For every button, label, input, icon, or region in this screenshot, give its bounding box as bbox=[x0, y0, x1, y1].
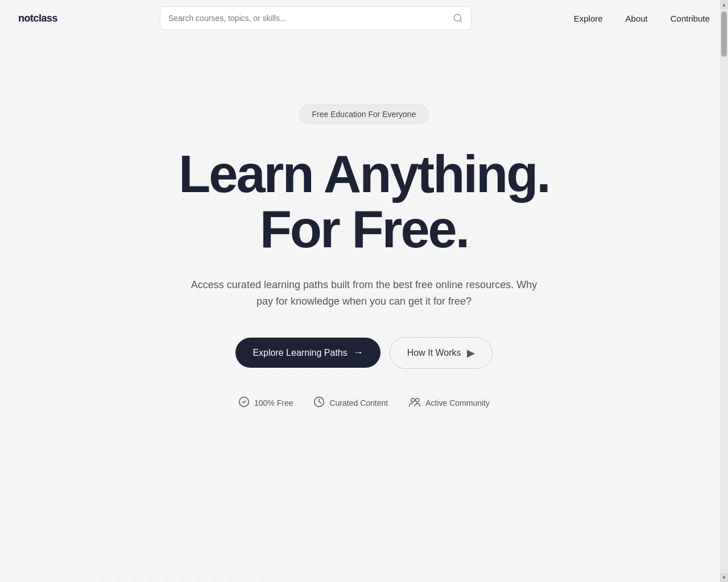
hero-features: 100% Free Curated Content A bbox=[238, 396, 490, 410]
svg-point-5 bbox=[416, 398, 419, 401]
hero-title: Learn Anything. For Free. bbox=[179, 147, 549, 256]
navbar: notclass Explore About Contribute bbox=[0, 0, 728, 36]
nav-logo[interactable]: notclass bbox=[18, 13, 57, 24]
nav-link-contribute[interactable]: Contribute bbox=[671, 14, 710, 23]
play-circle-icon: ▶ bbox=[467, 347, 475, 359]
nav-link-explore[interactable]: Explore bbox=[574, 14, 603, 23]
arrow-right-icon: → bbox=[353, 347, 363, 359]
feature-community: Active Community bbox=[408, 396, 490, 410]
hero-title-line1: Learn Anything. bbox=[179, 145, 549, 203]
feature-curated-label: Curated Content bbox=[329, 398, 388, 408]
hero-buttons: Explore Learning Paths → How It Works ▶ bbox=[235, 337, 492, 369]
search-input[interactable] bbox=[168, 14, 448, 23]
feature-free-label: 100% Free bbox=[254, 398, 293, 408]
nav-search-wrap bbox=[57, 6, 574, 30]
feature-free: 100% Free bbox=[238, 396, 293, 410]
feature-community-label: Active Community bbox=[425, 398, 490, 408]
clock-icon bbox=[313, 396, 325, 410]
check-circle-icon bbox=[238, 396, 250, 410]
users-icon bbox=[408, 396, 421, 410]
hero-badge: Free Education For Everyone bbox=[299, 105, 429, 124]
svg-line-1 bbox=[460, 20, 461, 22]
scroll-up-arrow[interactable]: ▲ bbox=[720, 0, 728, 9]
scroll-down-arrow[interactable]: ▼ bbox=[720, 573, 728, 582]
feature-curated: Curated Content bbox=[313, 396, 388, 410]
nav-links: Explore About Contribute bbox=[574, 14, 710, 23]
scroll-thumb[interactable] bbox=[721, 11, 727, 57]
svg-point-4 bbox=[411, 398, 415, 401]
scrollbar[interactable]: ▲ ▼ bbox=[720, 0, 728, 582]
hero-title-line2: For Free. bbox=[260, 200, 469, 258]
explore-learning-paths-button[interactable]: Explore Learning Paths → bbox=[235, 338, 380, 368]
how-it-works-button[interactable]: How It Works ▶ bbox=[390, 337, 493, 369]
how-it-works-label: How It Works bbox=[407, 348, 461, 358]
nav-link-about[interactable]: About bbox=[626, 14, 648, 23]
explore-button-label: Explore Learning Paths bbox=[253, 348, 347, 358]
hero-section: Free Education For Everyone Learn Anythi… bbox=[0, 36, 728, 456]
nav-search-box bbox=[160, 6, 471, 30]
search-icon bbox=[453, 13, 463, 23]
hero-subtitle: Access curated learning paths built from… bbox=[182, 277, 546, 310]
